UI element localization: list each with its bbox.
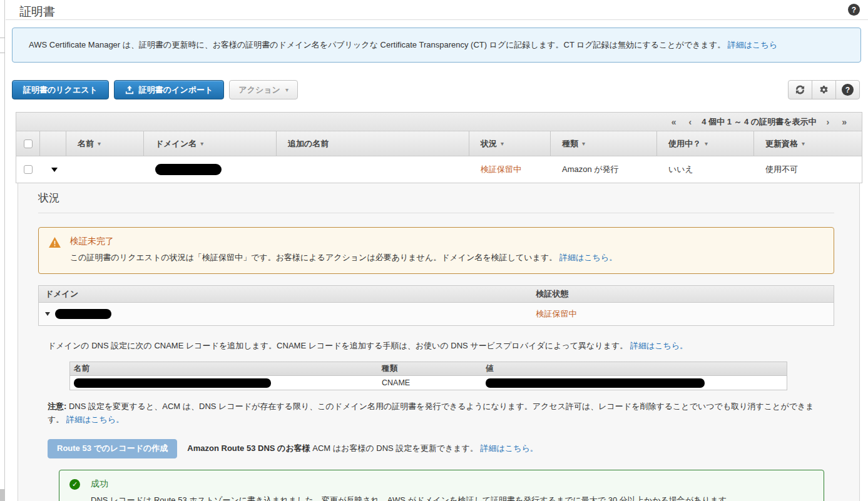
sidebar-divider — [0, 38, 5, 38]
route53-text: ACM はお客様の DNS 設定を更新できます。 — [310, 443, 478, 453]
table-tools: ? — [789, 80, 860, 99]
cell-domain — [144, 164, 277, 175]
column-header-status[interactable]: 状況 — [469, 131, 551, 156]
certificate-detail-panel: 状況 検証未完了 この証明書のリクエストの状況は「検証保留中」です。お客様による… — [18, 183, 860, 501]
note-text: DNS 設定を変更すると、ACM は、DNS レコードが存在する限り、このドメイ… — [48, 402, 814, 424]
success-message-box: ✓ 成功 DNS レコードは Route 53 ホストゾーンに書き込まれました。… — [59, 470, 824, 501]
cname-learn-more-link[interactable]: 詳細はこちら。 — [630, 341, 688, 350]
cname-instructions: ドメインの DNS 設定に次の CNAME レコードを追加します。CNAME レ… — [48, 341, 628, 350]
sidebar-divider — [0, 53, 5, 53]
cell-type: Amazon が発行 — [551, 164, 657, 175]
redacted-record-value — [486, 378, 705, 388]
column-header-in-use[interactable]: 使用中？ — [657, 131, 754, 156]
page-title: 証明書 — [19, 4, 55, 20]
redacted-domain — [155, 164, 222, 175]
domain-table-header: ドメイン 検証状態 — [39, 286, 834, 303]
pagination-bar: « ‹ 4 個中 1 ～ 4 の証明書を表示中 › » — [16, 113, 862, 131]
sidebar-scroll-block — [0, 489, 5, 501]
column-header-name[interactable]: 名前 — [66, 131, 144, 156]
page-help-icon[interactable]: ? — [848, 4, 860, 16]
warning-title: 検証未完了 — [70, 236, 617, 247]
success-body: DNS レコードは Route 53 ホストゾーンに書き込まれました。変更が反映… — [91, 494, 735, 501]
cname-record-type: CNAME — [382, 378, 486, 387]
warning-icon — [49, 236, 70, 264]
domain-validation-status: 検証保留中 — [534, 308, 834, 320]
redacted-record-name — [74, 378, 271, 388]
pagination-next[interactable]: › — [820, 117, 836, 127]
refresh-icon — [795, 85, 805, 94]
collapsed-sidebar[interactable] — [0, 0, 5, 501]
pagination-prev[interactable]: ‹ — [683, 117, 698, 127]
table-row: 検証保留中 Amazon が発行 いいえ 使用不可 — [16, 156, 862, 183]
status-section-title: 状況 — [38, 191, 834, 213]
settings-button[interactable] — [812, 80, 836, 99]
pagination-status: 4 個中 1 ～ 4 の証明書を表示中 — [698, 116, 820, 128]
pagination-last[interactable]: » — [835, 117, 853, 127]
route53-bold-text: Amazon Route 53 DNS のお客様 — [187, 443, 310, 453]
domain-validation-table: ドメイン 検証状態 検証保留中 — [38, 285, 834, 326]
domain-row: 検証保留中 — [39, 303, 834, 325]
column-header-domain[interactable]: ドメイン名 — [144, 131, 277, 156]
request-certificate-button[interactable]: 証明書のリクエスト — [12, 80, 109, 99]
table-header-row: 名前 ドメイン名 追加の名前 状況 種類 使用中？ 更新資格 — [16, 131, 862, 156]
upload-icon — [125, 86, 134, 94]
gear-icon — [819, 85, 829, 94]
main-content: 証明書 ? AWS Certificate Manager は、証明書の更新時に… — [6, 0, 868, 501]
refresh-button[interactable] — [788, 80, 812, 99]
column-header-renewal[interactable]: 更新資格 — [754, 131, 862, 156]
note-learn-more-link[interactable]: 詳細はこちら。 — [66, 415, 124, 424]
column-header-type[interactable]: 種類 — [551, 131, 657, 156]
cname-value-header: 値 — [486, 363, 787, 374]
cell-status: 検証保留中 — [469, 164, 551, 175]
domain-expanded-content: ドメインの DNS 設定に次の CNAME レコードを追加します。CNAME レ… — [38, 326, 834, 501]
cname-record-row: CNAME — [70, 376, 787, 390]
success-check-icon: ✓ — [69, 479, 80, 490]
toolbar: 証明書のリクエスト 証明書のインポート アクション ▾ ? — [12, 80, 862, 99]
import-certificate-button[interactable]: 証明書のインポート — [114, 80, 225, 99]
help-icon: ? — [842, 84, 854, 96]
cname-name-header: 名前 — [70, 363, 382, 374]
cname-table-header: 名前 種類 値 — [70, 362, 787, 376]
select-all-header — [16, 131, 40, 156]
warning-body: この証明書のリクエストの状況は「検証保留中」です。お客様によるアクションは必要あ… — [70, 253, 557, 262]
domain-column-header: ドメイン — [39, 288, 534, 300]
column-header-additional-names[interactable]: 追加の名前 — [277, 131, 469, 156]
select-all-checkbox[interactable] — [24, 139, 33, 148]
validation-status-column-header: 検証状態 — [534, 288, 834, 300]
ct-log-banner: AWS Certificate Manager は、証明書の更新時に、お客様の証… — [12, 28, 861, 63]
certificates-table: « ‹ 4 個中 1 ～ 4 の証明書を表示中 › » 名前 ドメイン名 追加の… — [16, 112, 862, 183]
pagination-first[interactable]: « — [665, 117, 683, 127]
redacted-domain-name — [55, 309, 111, 319]
domain-expander-icon[interactable] — [45, 312, 50, 316]
help-button[interactable]: ? — [835, 80, 860, 99]
cname-record-table: 名前 種類 値 CNAME — [69, 362, 787, 390]
banner-text: AWS Certificate Manager は、証明書の更新時に、お客様の証… — [29, 40, 725, 49]
row-expander-icon[interactable] — [51, 168, 58, 172]
warning-learn-more-link[interactable]: 詳細はこちら。 — [559, 253, 617, 262]
cell-renewal: 使用不可 — [754, 164, 862, 175]
route53-learn-more-link[interactable]: 詳細はこちら。 — [481, 443, 538, 453]
cell-in-use: いいえ — [657, 164, 754, 175]
import-certificate-label: 証明書のインポート — [139, 84, 213, 96]
route53-row: Route 53 でのレコードの作成 Amazon Route 53 DNS の… — [48, 439, 834, 458]
note-label: 注意: — [48, 402, 66, 411]
banner-learn-more-link[interactable]: 詳細はこちら — [728, 40, 777, 49]
validation-incomplete-warning: 検証未完了 この証明書のリクエストの状況は「検証保留中」です。お客様によるアクシ… — [38, 227, 834, 274]
page-header: 証明書 ? — [6, 0, 868, 20]
actions-label: アクション — [238, 84, 280, 96]
success-title: 成功 — [91, 478, 735, 490]
chevron-down-icon: ▾ — [285, 86, 288, 93]
row-checkbox[interactable] — [24, 165, 33, 174]
create-record-route53-button[interactable]: Route 53 でのレコードの作成 — [48, 439, 177, 458]
expander-header — [40, 131, 66, 156]
actions-dropdown-button[interactable]: アクション ▾ — [229, 80, 298, 99]
cname-type-header: 種類 — [382, 363, 486, 374]
